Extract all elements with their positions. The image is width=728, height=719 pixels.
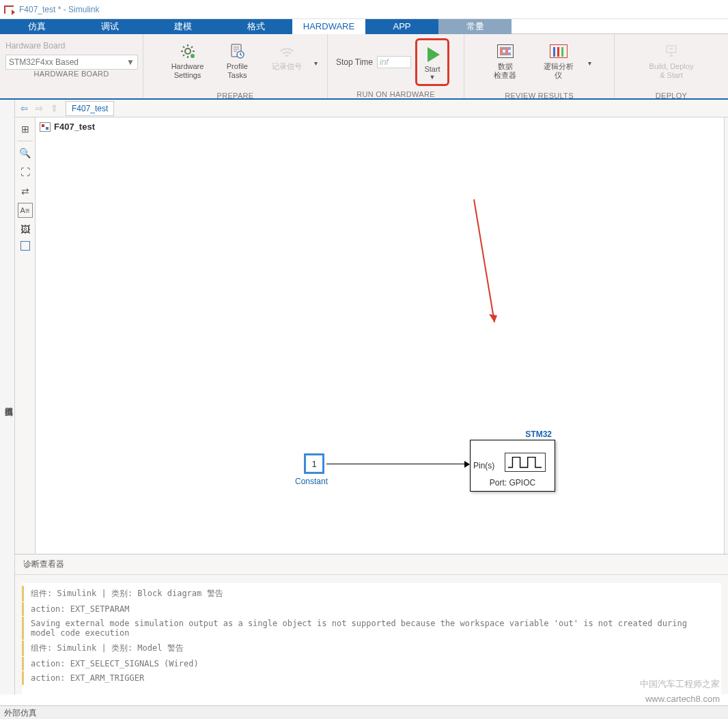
breadcrumb[interactable]: F407_test	[66, 101, 114, 116]
window-title: F407_test * - Simulink	[19, 5, 99, 14]
data-inspector-button[interactable]: 数据 检查器	[481, 38, 529, 87]
build-deploy-button[interactable]: Build, Deploy & Start	[641, 38, 702, 87]
diag-row: 组件: Simulink | 类别: Model 警告	[22, 640, 721, 656]
section-prepare: PREPARE	[143, 91, 327, 100]
section-review: REVIEW RESULTS	[464, 91, 614, 100]
ribbon-tabs: 仿真 调试 建模 格式 HARDWARE APP 常量	[0, 19, 728, 34]
annotation-arrow-icon	[467, 199, 522, 338]
ribbon-body: Hardware Board STM32F4xx Based ▼ HARDWAR…	[0, 34, 728, 100]
stm32-block-title: STM32	[525, 429, 552, 439]
diagnostics-title: 诊断查看器	[15, 554, 728, 575]
tab-const[interactable]: 常量	[438, 19, 512, 34]
stm32-port-label: Port: GPIOC	[471, 478, 555, 488]
svg-point-1	[191, 54, 195, 58]
hardware-board-group: Hardware Board STM32F4xx Based ▼	[0, 34, 143, 70]
prepare-menu-dropdown[interactable]: ▾	[314, 38, 323, 87]
diag-row: action: EXT_SELECT_SIGNALS (Wired)	[22, 657, 721, 671]
nav-forward-icon[interactable]: ⇨	[33, 102, 45, 115]
area-button[interactable]	[20, 241, 30, 251]
titlebar: F407_test * - Simulink	[0, 0, 728, 19]
square-wave-icon	[505, 453, 546, 472]
review-menu-dropdown[interactable]: ▾	[588, 38, 598, 87]
logic-icon	[549, 42, 568, 61]
constant-block[interactable]: 1	[304, 453, 324, 474]
stm32-block[interactable]: STM32 Pin(s) Port: GPIOC	[470, 440, 555, 492]
diag-row: action: EXT_SETPARAM	[22, 602, 721, 616]
image-button[interactable]: 🖼	[18, 222, 33, 237]
document-clock-icon	[227, 42, 247, 61]
chart-icon	[496, 42, 515, 61]
watermark-url: www.cartech8.com	[645, 694, 720, 704]
stm32-pins-label: Pin(s)	[473, 461, 494, 470]
section-run: RUN ON HARDWARE	[328, 90, 464, 98]
svg-point-0	[185, 48, 191, 54]
diagnostics-panel: 诊断查看器 组件: Simulink | 类别: Block diagram 警…	[15, 554, 728, 694]
tab-debug[interactable]: 调试	[73, 19, 146, 34]
nav-back-icon[interactable]: ⇦	[18, 102, 30, 115]
start-button[interactable]: Start ▼	[418, 41, 447, 83]
signal-wire[interactable]	[326, 464, 467, 464]
fit-button[interactable]: ⛶	[18, 165, 33, 180]
gear-icon	[178, 42, 197, 61]
model-title: F407_test	[40, 122, 95, 132]
diag-row: 组件: Simulink | 类别: Block diagram 警告	[22, 586, 721, 602]
annotations-button[interactable]: A≡	[18, 203, 33, 218]
record-signals-button[interactable]: 记录信号	[264, 38, 310, 87]
status-text: 外部仿真	[4, 708, 37, 718]
wifi-icon	[277, 42, 296, 61]
deploy-icon	[662, 42, 681, 61]
routing-button[interactable]: ⇄	[18, 184, 33, 199]
chevron-down-icon: ▼	[126, 57, 135, 67]
play-icon	[423, 44, 442, 64]
chevron-down-icon: ▼	[430, 74, 436, 81]
diag-row: Saving external mode simulation output a…	[22, 617, 721, 640]
hardware-board-label: Hardware Board	[5, 41, 138, 51]
status-bar: 外部仿真	[0, 705, 728, 719]
logic-analyzer-button[interactable]: 逻辑分析 仪	[535, 38, 583, 87]
hide-browser-button[interactable]: ⊞	[18, 122, 33, 137]
navbar: ⇦ ⇨ ⇧ F407_test	[15, 100, 728, 117]
svg-line-5	[474, 199, 494, 322]
workspace: 模型浏览器 ⇦ ⇨ ⇧ F407_test ⊞ 🔍 ⛶ ⇄ A≡ 🖼 📷 📋 »	[0, 100, 728, 694]
tab-hardware[interactable]: HARDWARE	[292, 19, 365, 34]
model-browser-strip[interactable]: 模型浏览器	[0, 100, 15, 694]
zoom-button[interactable]: 🔍	[18, 145, 33, 160]
model-icon	[40, 122, 51, 132]
tab-app[interactable]: APP	[365, 19, 438, 34]
stop-time-label: Stop Time	[336, 57, 373, 67]
stop-time-input[interactable]	[377, 56, 411, 68]
tab-format[interactable]: 格式	[219, 19, 292, 34]
section-deploy: DEPLOY	[615, 91, 728, 100]
simulink-icon	[4, 4, 15, 15]
tab-sim[interactable]: 仿真	[0, 19, 73, 34]
hardware-settings-button[interactable]: Hardware Settings	[165, 38, 210, 87]
diagnostics-body[interactable]: 组件: Simulink | 类别: Block diagram 警告 acti…	[22, 583, 721, 694]
svg-marker-6	[489, 314, 497, 322]
arrow-icon	[464, 461, 470, 468]
constant-block-label: Constant	[295, 477, 328, 486]
profile-tasks-button[interactable]: Profile Tasks	[214, 38, 260, 87]
hardware-board-select[interactable]: STM32F4xx Based ▼	[5, 55, 138, 70]
nav-up-icon[interactable]: ⇧	[48, 102, 60, 115]
section-hwboard: HARDWARE BOARD	[0, 70, 143, 82]
tab-model[interactable]: 建模	[146, 19, 219, 34]
diag-row: action: EXT_ARM_TRIGGER	[22, 671, 721, 685]
